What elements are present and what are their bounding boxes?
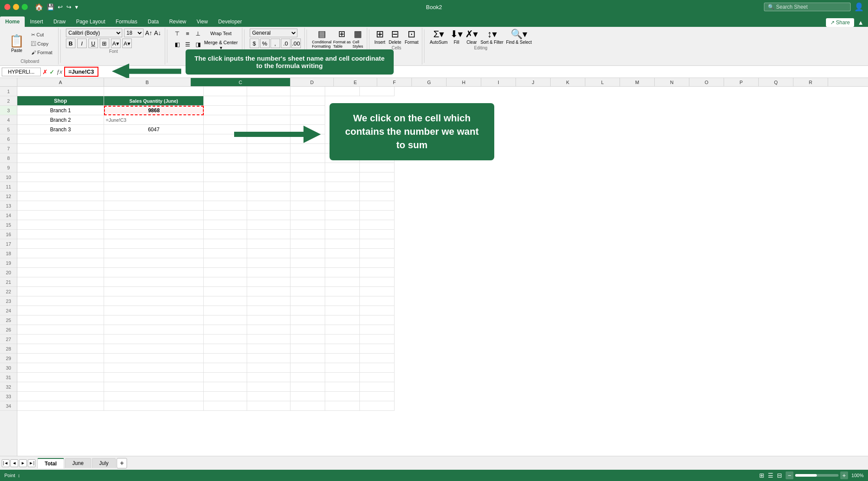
cell-f14[interactable] [290, 211, 325, 220]
minimize-button[interactable] [13, 4, 19, 10]
tab-draw[interactable]: Draw [48, 16, 71, 27]
merge-center-button[interactable]: Merge & Center ▾ [204, 39, 238, 49]
cell-g15[interactable] [325, 220, 360, 230]
align-bottom-button[interactable]: ⊥ [193, 29, 203, 38]
col-header-g[interactable]: G [412, 78, 447, 86]
cell-f18[interactable] [290, 249, 325, 258]
comma-button[interactable]: , [271, 39, 280, 48]
row-num-28[interactable]: 28 [0, 344, 17, 354]
formula-cancel-button[interactable]: ✗ [42, 68, 48, 75]
cell-b14[interactable] [17, 211, 104, 220]
cell-b21[interactable] [17, 277, 104, 287]
cell-f33[interactable] [290, 392, 325, 401]
cell-c23[interactable] [104, 296, 204, 306]
cell-h10[interactable] [360, 172, 395, 182]
tab-developer[interactable]: Developer [213, 16, 247, 27]
row-num-13[interactable]: 13 [0, 201, 17, 211]
row-num-22[interactable]: 22 [0, 287, 17, 296]
row-num-32[interactable]: 32 [0, 382, 17, 392]
cell-e7[interactable] [247, 144, 290, 153]
fill-btn[interactable]: ⬇▾ Fill [450, 29, 463, 45]
cell-c33[interactable] [104, 392, 204, 401]
cell-g33[interactable] [325, 392, 360, 401]
cell-d28[interactable] [204, 344, 247, 354]
cell-b1[interactable] [17, 87, 104, 96]
cell-f32[interactable] [290, 382, 325, 392]
align-top-button[interactable]: ⊤ [173, 29, 182, 38]
cell-d2[interactable] [204, 96, 247, 106]
view-page-break-icon[interactable]: ⊟ [777, 472, 782, 479]
cell-g13[interactable] [325, 201, 360, 211]
cell-b29[interactable] [17, 354, 104, 363]
cell-c26[interactable] [104, 325, 204, 335]
cell-e21[interactable] [247, 277, 290, 287]
cell-h24[interactable] [360, 306, 395, 315]
font-grow-button[interactable]: A↑ [145, 29, 152, 36]
row-num-2[interactable]: 2 [0, 96, 17, 106]
row-num-17[interactable]: 17 [0, 239, 17, 249]
cell-c3-value1[interactable]: 9868 [104, 106, 204, 115]
cell-b15[interactable] [17, 220, 104, 230]
cell-e11[interactable] [247, 182, 290, 192]
cell-f25[interactable] [290, 315, 325, 325]
cell-d34[interactable] [204, 401, 247, 411]
cell-f9[interactable] [290, 163, 325, 172]
tab-data[interactable]: Data [143, 16, 164, 27]
cell-e19[interactable] [247, 258, 290, 268]
cell-d16[interactable] [204, 230, 247, 239]
align-middle-button[interactable]: ≡ [183, 29, 193, 38]
cell-h33[interactable] [360, 392, 395, 401]
cell-c20[interactable] [104, 268, 204, 277]
cell-c34[interactable] [104, 401, 204, 411]
cell-d32[interactable] [204, 382, 247, 392]
col-header-d[interactable]: D [290, 78, 334, 86]
cell-c31[interactable] [104, 373, 204, 382]
cell-f20[interactable] [290, 268, 325, 277]
cell-g28[interactable] [325, 344, 360, 354]
cell-e15[interactable] [247, 220, 290, 230]
cell-e31[interactable] [247, 373, 290, 382]
cell-g19[interactable] [325, 258, 360, 268]
col-header-b[interactable]: B [104, 78, 191, 86]
cell-styles[interactable]: ▦ CellStyles [352, 29, 363, 49]
cell-d7[interactable] [204, 144, 247, 153]
cell-h25[interactable] [360, 315, 395, 325]
font-name-select[interactable]: Calibri (Body) [66, 29, 122, 37]
cell-f19[interactable] [290, 258, 325, 268]
cell-g31[interactable] [325, 373, 360, 382]
row-num-25[interactable]: 25 [0, 315, 17, 325]
more-icon[interactable]: ▾ [75, 3, 78, 10]
cell-g22[interactable] [325, 287, 360, 296]
row-num-24[interactable]: 24 [0, 306, 17, 315]
row-num-12[interactable]: 12 [0, 192, 17, 201]
cell-f34[interactable] [290, 401, 325, 411]
cell-c6[interactable] [104, 134, 204, 144]
cell-c11[interactable] [104, 182, 204, 192]
cell-h13[interactable] [360, 201, 395, 211]
cell-g29[interactable] [325, 354, 360, 363]
cell-f11[interactable] [290, 182, 325, 192]
cell-b26[interactable] [17, 325, 104, 335]
cell-b18[interactable] [17, 249, 104, 258]
cell-b13[interactable] [17, 201, 104, 211]
cell-b5-branch3[interactable]: Branch 3 [17, 125, 104, 134]
align-left-button[interactable]: ◧ [173, 39, 182, 49]
cell-d21[interactable] [204, 277, 247, 287]
cell-e27[interactable] [247, 335, 290, 344]
col-header-m[interactable]: M [620, 78, 655, 86]
cell-h18[interactable] [360, 249, 395, 258]
cell-d17[interactable] [204, 239, 247, 249]
cell-d26[interactable] [204, 325, 247, 335]
share-button[interactable]: ↗ Share [826, 18, 854, 27]
cell-d22[interactable] [204, 287, 247, 296]
cell-c10[interactable] [104, 172, 204, 182]
italic-button[interactable]: I [77, 39, 87, 48]
nav-last-button[interactable]: ►| [28, 459, 36, 467]
cell-g11[interactable] [325, 182, 360, 192]
cell-e8[interactable] [247, 153, 290, 163]
row-num-14[interactable]: 14 [0, 211, 17, 220]
underline-button[interactable]: U [88, 39, 98, 48]
row-num-4[interactable]: 4 [0, 115, 17, 125]
cell-b4-branch2[interactable]: Branch 2 [17, 115, 104, 125]
cell-c32[interactable] [104, 382, 204, 392]
